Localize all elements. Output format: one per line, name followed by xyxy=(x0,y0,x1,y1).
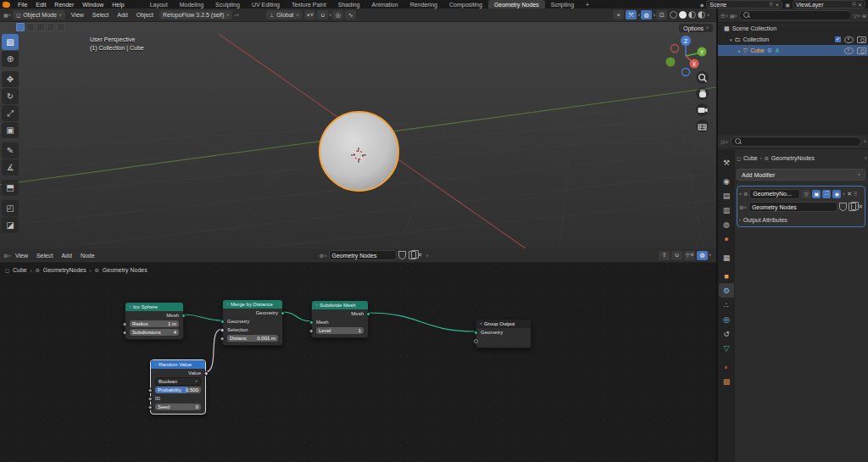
overlays-toggle-button[interactable]: ⤧ xyxy=(626,10,637,19)
node-row-seed[interactable]: Seed0 xyxy=(151,403,205,411)
properties-tab-modifiers[interactable]: ⚙ xyxy=(719,283,734,298)
blender-logo-icon[interactable] xyxy=(3,2,10,8)
options-caret[interactable]: ˅ xyxy=(864,139,866,144)
cursor-tool[interactable]: ⊕ xyxy=(2,51,19,67)
mode-selector[interactable]: ◻ Object Mode ˅ xyxy=(13,10,65,19)
extra-tool-2-tool[interactable]: ◪ xyxy=(2,217,19,233)
empty-socket[interactable] xyxy=(474,339,478,343)
move-tool[interactable]: ✥ xyxy=(2,71,19,87)
menu-render[interactable]: Render xyxy=(50,2,78,8)
node-row-subdivisions[interactable]: Subdivisions4 xyxy=(125,328,183,337)
render-toggle[interactable]: ◉ xyxy=(832,190,841,198)
viewport-menu-object[interactable]: Object xyxy=(132,12,158,18)
view-layer-selector[interactable]: ViewLayer ⎘ ✕ xyxy=(793,0,865,8)
Geometry-socket[interactable] xyxy=(220,320,225,324)
output-attributes-section[interactable]: › Output Attributes xyxy=(739,214,863,225)
editor-type-icon[interactable]: ☷˅ xyxy=(721,139,728,145)
breadcrumb-modifier[interactable]: GeometryNodes xyxy=(771,155,815,161)
xray-toggle-button[interactable]: ◍ xyxy=(641,10,652,19)
overlays-toggle-button[interactable]: ◍ xyxy=(697,251,708,260)
Value-socket[interactable] xyxy=(203,370,209,376)
modifier-onion-icon[interactable]: ▽ xyxy=(802,190,810,198)
annotate-tool[interactable]: ✎ xyxy=(2,142,19,159)
properties-tab-tool[interactable]: ⚒ xyxy=(719,155,734,170)
node-row-distanc[interactable]: Distanc0.001 m xyxy=(223,334,282,342)
node-menu-select[interactable]: Select xyxy=(32,253,57,259)
outliner-row-cube[interactable]: ▸▽Cube⚙⋔ xyxy=(718,45,868,56)
collection-toggle-1[interactable] xyxy=(16,23,25,31)
menu-edit[interactable]: Edit xyxy=(31,2,50,8)
new-scene-icon[interactable]: ⎘ xyxy=(769,2,773,8)
properties-tab-physics[interactable]: ◎ xyxy=(719,312,734,326)
close-icon[interactable]: ✕ xyxy=(847,191,852,198)
Subdivisions-socket[interactable] xyxy=(122,330,127,335)
geometry-node-editor[interactable]: ˅Ico SphereMeshRadius1 mSubdivisions4˅Me… xyxy=(0,248,716,462)
outliner-search-input[interactable] xyxy=(739,10,852,20)
properties-tab-output[interactable]: ▤ xyxy=(719,188,734,203)
editor-type-icon[interactable]: ☰˅ xyxy=(721,13,728,19)
viewport-3d[interactable]: ▧⊕✥↻⤢▣✎∡⬒◰◪ User Perspective (1) Collect… xyxy=(0,22,716,248)
node-menu-node[interactable]: Node xyxy=(76,253,99,259)
Selection-socket[interactable] xyxy=(220,327,225,332)
pivot-point-button[interactable]: ⌖˅ xyxy=(304,10,315,19)
add-modifier-button[interactable]: Add Modifier˅ xyxy=(737,169,865,181)
node-tree-selector[interactable]: Geometry Nodes xyxy=(329,250,397,260)
menu-file[interactable]: File xyxy=(14,2,31,8)
delete-scene-icon[interactable]: ✕ xyxy=(775,2,779,8)
Geometry-socket[interactable] xyxy=(474,331,478,335)
node-random-value[interactable]: ˅Random ValueValueBoolean˅Probability0.5… xyxy=(150,359,206,415)
node-subdivide-mesh[interactable]: ˅Subdivide MeshMeshMeshLevel1 xyxy=(311,300,369,338)
edit-mode-toggle[interactable]: ▣ xyxy=(812,190,821,198)
workspace-tab-geometry-nodes[interactable]: Geometry Nodes xyxy=(488,0,545,8)
properties-tab-world[interactable]: ● xyxy=(719,231,734,246)
collection-toggle-5[interactable] xyxy=(57,23,65,31)
snap-target-button[interactable]: ⊹˅ xyxy=(684,251,695,260)
node-ico-sphere[interactable]: ˅Ico SphereMeshRadius1 mSubdivisions4 xyxy=(125,302,184,340)
Probability-socket[interactable] xyxy=(147,387,153,392)
breadcrumb-object[interactable]: Cube xyxy=(743,155,758,161)
collapse-icon[interactable]: ˅ xyxy=(154,362,157,367)
properties-search-input[interactable] xyxy=(731,136,861,147)
Seed-socket[interactable] xyxy=(147,404,153,409)
retopoflow-button[interactable]: RetopoFlow 3.2.5 (self) ˅ xyxy=(159,10,232,19)
workspace-tab-rendering[interactable]: Rendering xyxy=(404,0,443,8)
copy-icon[interactable] xyxy=(409,251,416,259)
properties-tab-particles[interactable]: ∴ xyxy=(719,298,734,312)
rotate-tool[interactable]: ↻ xyxy=(2,88,19,104)
node-row-probability[interactable]: Probability0.500 xyxy=(151,386,205,394)
compositor-button[interactable]: ⊡ xyxy=(656,10,667,19)
transform-tool[interactable]: ▣ xyxy=(2,122,19,138)
node-breadcrumb-item[interactable]: Geometry Nodes xyxy=(103,267,147,273)
fake-user-shield-icon[interactable] xyxy=(398,251,406,259)
realtime-toggle[interactable]: ⛶ xyxy=(822,190,831,198)
outliner-row-collection[interactable]: ▾🗀Collection✓ xyxy=(718,34,868,45)
menu-help[interactable]: Help xyxy=(108,2,128,8)
transform-orientation[interactable]: ⊥ Global ˅ xyxy=(266,10,302,19)
collapse-icon[interactable]: ˅ xyxy=(129,304,131,309)
expand-chevron-icon[interactable]: ˅ xyxy=(739,192,742,197)
falloff-curve-button[interactable]: ∿ xyxy=(345,10,356,19)
node-breadcrumb-item[interactable]: GeometryNodes xyxy=(43,267,86,273)
parent-node-tree-button[interactable]: ⇧ xyxy=(659,251,670,260)
collection-toggle-3[interactable] xyxy=(36,23,45,31)
collapse-icon[interactable]: ˅ xyxy=(226,302,229,307)
viewport-menu-add[interactable]: Add xyxy=(113,12,131,18)
delete-view-layer-icon[interactable]: ✕ xyxy=(858,2,862,8)
properties-tab-object[interactable]: ■ xyxy=(719,269,734,283)
scale-tool[interactable]: ⤢ xyxy=(2,105,19,121)
node-row-boolean[interactable]: Boolean˅ xyxy=(151,377,205,386)
scene-selector[interactable]: Scene ⎘ ✕ xyxy=(706,0,782,8)
select-box-tool[interactable]: ▧ xyxy=(2,34,19,50)
camera-icon[interactable] xyxy=(857,47,866,54)
disclosure-icon[interactable]: ▾ xyxy=(730,37,732,42)
shading-material-icon[interactable] xyxy=(688,11,696,19)
zoom-icon[interactable] xyxy=(696,71,709,84)
node-tree-icon[interactable]: ⚙˅ xyxy=(739,204,747,210)
Radius-socket[interactable] xyxy=(122,321,127,326)
fake-user-shield-icon[interactable] xyxy=(839,203,847,211)
shading-solid-icon[interactable] xyxy=(679,11,687,19)
workspace-tab-layout[interactable]: Layout xyxy=(144,0,174,8)
workspace-tab-animation[interactable]: Animation xyxy=(366,0,404,8)
properties-tab-view-layer[interactable]: ▥ xyxy=(719,203,734,217)
Mesh-socket[interactable] xyxy=(366,312,370,316)
